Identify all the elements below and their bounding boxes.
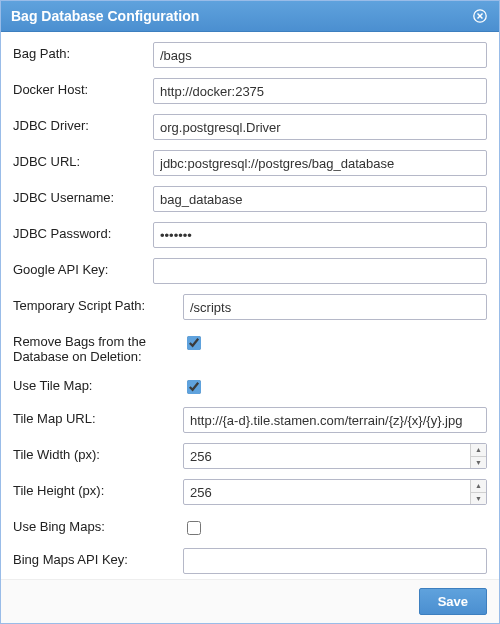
tile-height-label: Tile Height (px):: [13, 479, 183, 498]
jdbc-url-input[interactable]: [153, 150, 487, 176]
use-bing-maps-label: Use Bing Maps:: [13, 515, 183, 534]
jdbc-password-input[interactable]: [153, 222, 487, 248]
use-tile-map-checkbox[interactable]: [187, 380, 201, 394]
titlebar: Bag Database Configuration: [1, 1, 499, 32]
docker-host-label: Docker Host:: [13, 78, 153, 97]
close-icon[interactable]: [471, 7, 489, 25]
form-body: Bag Path: Docker Host: JDBC Driver: JDBC…: [1, 32, 499, 579]
save-button[interactable]: Save: [419, 588, 487, 615]
tile-height-spin-down[interactable]: ▼: [471, 493, 486, 505]
jdbc-password-label: JDBC Password:: [13, 222, 153, 241]
tile-map-url-label: Tile Map URL:: [13, 407, 183, 426]
bag-path-label: Bag Path:: [13, 42, 153, 61]
google-api-key-label: Google API Key:: [13, 258, 153, 277]
bag-path-input[interactable]: [153, 42, 487, 68]
tile-width-label: Tile Width (px):: [13, 443, 183, 462]
jdbc-driver-input[interactable]: [153, 114, 487, 140]
window-title: Bag Database Configuration: [11, 8, 199, 24]
tile-height-input[interactable]: [183, 479, 487, 505]
tile-width-spin-down[interactable]: ▼: [471, 457, 486, 469]
bing-maps-key-label: Bing Maps API Key:: [13, 548, 183, 567]
use-bing-maps-checkbox[interactable]: [187, 521, 201, 535]
footer: Save: [1, 579, 499, 623]
tile-width-spin-up[interactable]: ▲: [471, 444, 486, 457]
google-api-key-input[interactable]: [153, 258, 487, 284]
jdbc-username-input[interactable]: [153, 186, 487, 212]
tmp-script-path-input[interactable]: [183, 294, 487, 320]
tile-height-spin-up[interactable]: ▲: [471, 480, 486, 493]
config-window: Bag Database Configuration Bag Path: Doc…: [0, 0, 500, 624]
use-tile-map-label: Use Tile Map:: [13, 374, 183, 393]
tmp-script-path-label: Temporary Script Path:: [13, 294, 183, 313]
jdbc-driver-label: JDBC Driver:: [13, 114, 153, 133]
jdbc-url-label: JDBC URL:: [13, 150, 153, 169]
jdbc-username-label: JDBC Username:: [13, 186, 153, 205]
bing-maps-key-input[interactable]: [183, 548, 487, 574]
tile-map-url-input[interactable]: [183, 407, 487, 433]
docker-host-input[interactable]: [153, 78, 487, 104]
remove-bags-label: Remove Bags from the Database on Deletio…: [13, 330, 183, 364]
remove-bags-checkbox[interactable]: [187, 336, 201, 350]
tile-width-input[interactable]: [183, 443, 487, 469]
